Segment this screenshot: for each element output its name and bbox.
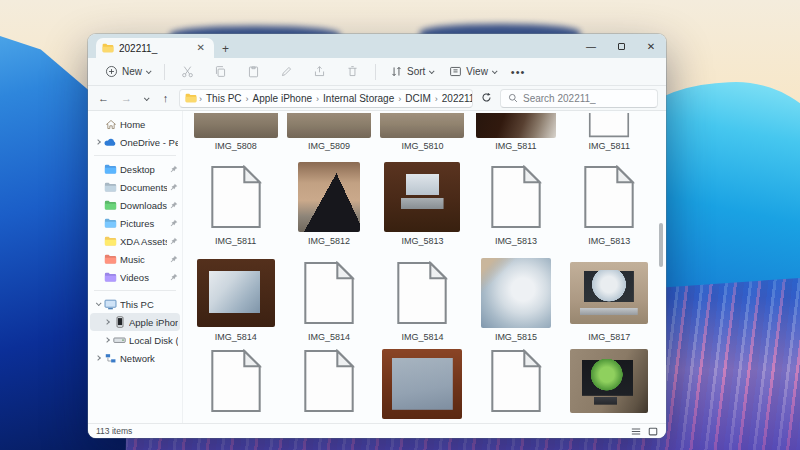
sidebar-item-local-disk-c[interactable]: Local Disk (C:) bbox=[90, 331, 180, 349]
recent-locations-button[interactable] bbox=[140, 94, 152, 103]
sidebar-item-downloads[interactable]: Downloads bbox=[90, 196, 180, 214]
blank-file-icon bbox=[588, 113, 630, 138]
minimize-button[interactable]: — bbox=[576, 34, 606, 58]
blank-file-icon bbox=[303, 261, 355, 325]
file-item-img-5814[interactable]: IMG_5814 bbox=[282, 249, 375, 345]
file-item[interactable] bbox=[282, 345, 375, 423]
file-item-img-5813[interactable]: IMG_5813 bbox=[376, 153, 469, 249]
file-thumbnail bbox=[303, 257, 355, 329]
file-item[interactable] bbox=[563, 345, 656, 423]
paste-button[interactable] bbox=[238, 62, 269, 81]
refresh-icon bbox=[481, 92, 492, 103]
sidebar-item-music[interactable]: Music bbox=[90, 250, 180, 268]
refresh-button[interactable] bbox=[477, 92, 496, 105]
file-thumbnail bbox=[380, 113, 464, 138]
close-button[interactable]: ✕ bbox=[636, 34, 666, 58]
address-bar: ← → ↑ ›This PC›Apple iPhone›Internal Sto… bbox=[88, 86, 666, 111]
file-item-img-5814[interactable]: IMG_5814 bbox=[189, 249, 282, 345]
vertical-scrollbar[interactable] bbox=[659, 223, 663, 267]
forward-button[interactable]: → bbox=[117, 92, 136, 104]
breadcrumb-item-internal-storage[interactable]: Internal Storage bbox=[320, 93, 397, 104]
file-item-img-5808[interactable]: IMG_5808 bbox=[189, 113, 282, 153]
photo-thumbnail bbox=[194, 113, 278, 138]
sidebar-item-documents[interactable]: Documents bbox=[90, 178, 180, 196]
sidebar-item-videos[interactable]: Videos bbox=[90, 268, 180, 286]
chevron-right-icon[interactable] bbox=[103, 320, 110, 324]
sort-button[interactable]: Sort bbox=[383, 62, 440, 81]
file-item-img-5810[interactable]: IMG_5810 bbox=[376, 113, 469, 153]
file-grid-row: IMG_5814IMG_5814IMG_5814IMG_5815IMG_5817 bbox=[189, 249, 656, 345]
breadcrumb-item-dcim[interactable]: DCIM bbox=[402, 93, 434, 104]
sidebar-item-label: OneDrive - Persona bbox=[120, 137, 178, 148]
sidebar-item-apple-iphone[interactable]: Apple iPhone bbox=[90, 313, 180, 331]
more-options-button[interactable]: ••• bbox=[505, 66, 532, 78]
photo-thumbnail bbox=[476, 113, 556, 138]
file-grid-row bbox=[189, 345, 656, 423]
chevron-down-icon bbox=[144, 95, 150, 101]
view-button[interactable]: View bbox=[442, 62, 503, 81]
sidebar-item-onedrive-persona[interactable]: OneDrive - Persona bbox=[90, 133, 180, 151]
file-item[interactable] bbox=[189, 345, 282, 423]
rename-icon bbox=[280, 65, 293, 78]
up-button[interactable]: ↑ bbox=[156, 92, 175, 104]
file-item[interactable] bbox=[376, 345, 469, 423]
file-thumbnail bbox=[570, 349, 648, 413]
search-input[interactable]: Search 202211_ bbox=[500, 89, 658, 108]
back-button[interactable]: ← bbox=[94, 92, 113, 104]
rename-button[interactable] bbox=[271, 62, 302, 81]
photo-thumbnail bbox=[570, 262, 648, 324]
file-thumbnail bbox=[382, 349, 462, 419]
file-item-img-5809[interactable]: IMG_5809 bbox=[282, 113, 375, 153]
file-grid-row: IMG_5808IMG_5809IMG_5810IMG_5811IMG_5811 bbox=[189, 113, 656, 153]
file-item[interactable] bbox=[469, 345, 562, 423]
copy-button[interactable] bbox=[205, 62, 236, 81]
sidebar-item-desktop[interactable]: Desktop bbox=[90, 160, 180, 178]
pin-icon bbox=[170, 272, 178, 283]
sidebar-item-home[interactable]: Home bbox=[90, 115, 180, 133]
maximize-button[interactable] bbox=[606, 34, 636, 58]
share-button[interactable] bbox=[304, 62, 335, 81]
file-item-img-5812[interactable]: IMG_5812 bbox=[282, 153, 375, 249]
file-item-img-5811[interactable]: IMG_5811 bbox=[469, 113, 562, 153]
tab-202211[interactable]: 202211_ ✕ bbox=[96, 38, 214, 58]
file-item-img-5814[interactable]: IMG_5814 bbox=[376, 249, 469, 345]
chevron-right-icon[interactable] bbox=[94, 356, 101, 360]
new-tab-button[interactable]: + bbox=[222, 43, 229, 55]
breadcrumb-item-apple-iphone[interactable]: Apple iPhone bbox=[250, 93, 316, 104]
status-bar: 113 items bbox=[88, 423, 666, 438]
chevron-right-icon[interactable] bbox=[94, 140, 101, 144]
cut-button[interactable] bbox=[172, 62, 203, 81]
sidebar-item-network[interactable]: Network bbox=[90, 349, 180, 367]
blank-file-icon bbox=[303, 349, 355, 413]
pin-icon bbox=[170, 218, 178, 229]
tab-close-icon[interactable]: ✕ bbox=[194, 42, 208, 54]
file-item-img-5817[interactable]: IMG_5817 bbox=[563, 249, 656, 345]
tab-bar[interactable]: 202211_ ✕ + — ✕ bbox=[88, 34, 666, 58]
new-button[interactable]: New bbox=[98, 62, 157, 81]
file-thumbnail bbox=[298, 161, 360, 233]
sidebar-item-pictures[interactable]: Pictures bbox=[90, 214, 180, 232]
breadcrumb-item-202211[interactable]: 202211_ bbox=[439, 93, 473, 104]
file-item-img-5811[interactable]: IMG_5811 bbox=[189, 153, 282, 249]
chevron-right-icon[interactable] bbox=[103, 338, 110, 342]
chevron-down-icon[interactable] bbox=[94, 302, 101, 306]
sidebar-item-xda-assets[interactable]: XDA Assets bbox=[90, 232, 180, 250]
blank-file-icon bbox=[210, 165, 262, 229]
file-item-img-5815[interactable]: IMG_5815 bbox=[469, 249, 562, 345]
file-item-img-5813[interactable]: IMG_5813 bbox=[563, 153, 656, 249]
paste-icon bbox=[247, 65, 260, 78]
file-item-img-5813[interactable]: IMG_5813 bbox=[469, 153, 562, 249]
thumbnail-view-icon[interactable] bbox=[648, 427, 658, 436]
breadcrumb[interactable]: ›This PC›Apple iPhone›Internal Storage›D… bbox=[179, 89, 473, 108]
sidebar-item-this-pc[interactable]: This PC bbox=[90, 295, 180, 313]
pin-icon bbox=[170, 182, 178, 193]
file-thumbnail bbox=[287, 113, 371, 138]
file-item-img-5811[interactable]: IMG_5811 bbox=[563, 113, 656, 153]
delete-button[interactable] bbox=[337, 62, 368, 81]
details-view-icon[interactable] bbox=[631, 427, 641, 436]
breadcrumb-item-this-pc[interactable]: This PC bbox=[203, 93, 245, 104]
network-icon bbox=[104, 353, 117, 364]
sidebar-item-label: Apple iPhone bbox=[129, 317, 178, 328]
sidebar-item-label: Network bbox=[120, 353, 178, 364]
folder-icon bbox=[104, 164, 117, 174]
